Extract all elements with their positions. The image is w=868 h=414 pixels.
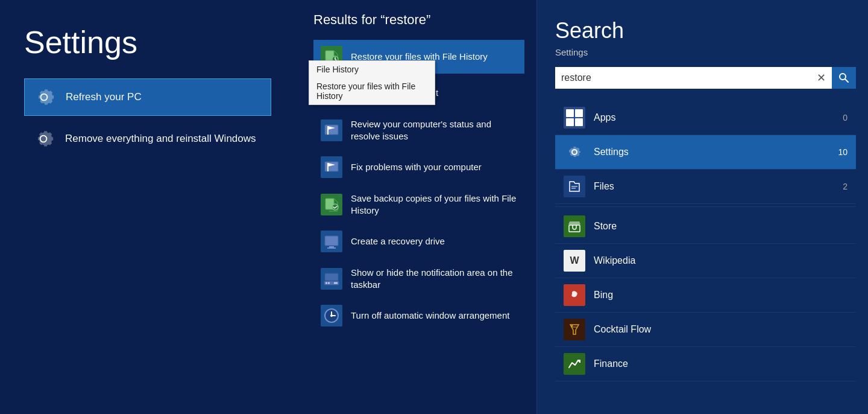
bing-icon	[564, 284, 585, 306]
category-item-cocktail-flow[interactable]: Cocktail Flow	[555, 313, 856, 347]
refresh-icon	[32, 85, 56, 109]
result-item-fix-problems[interactable]: Fix problems with your computer	[313, 150, 524, 184]
left-item-reinstall[interactable]: Remove everything and reinstall Windows	[24, 121, 271, 157]
search-box-container: ✕	[555, 67, 856, 89]
autocomplete-item-restore-files[interactable]: Restore your files with File History	[309, 78, 435, 104]
svg-point-18	[330, 314, 333, 317]
left-panel: Settings Refresh your PC	[0, 0, 295, 414]
left-item-refresh[interactable]: Refresh your PC	[24, 78, 271, 116]
result-text-review-status: Review your computer's status and resolv…	[351, 118, 517, 142]
left-item-reinstall-label: Remove everything and reinstall Windows	[65, 133, 256, 145]
result-text-notification-area: Show or hide the notification area on th…	[351, 267, 517, 290]
result-item-window-arrangement[interactable]: Turn off automatic window arrangement	[313, 299, 524, 333]
result-text-recovery-drive: Create a recovery drive	[351, 235, 445, 247]
search-submit-button[interactable]	[832, 67, 856, 89]
finance-icon	[564, 353, 585, 375]
result-item-notification-area[interactable]: Show or hide the notification area on th…	[313, 261, 524, 296]
search-clear-button[interactable]: ✕	[810, 67, 832, 89]
wikipedia-icon: W	[564, 250, 585, 272]
svg-rect-10	[329, 246, 334, 247]
result-item-review-status[interactable]: Review your computer's status and resolv…	[313, 112, 524, 148]
notification-area-icon	[321, 268, 342, 290]
svg-line-20	[845, 79, 848, 82]
svg-rect-6	[325, 162, 338, 171]
fix-problems-icon	[321, 156, 342, 178]
apps-icon	[564, 107, 585, 129]
category-item-settings[interactable]: Settings 10	[555, 135, 856, 170]
cocktail-flow-icon	[564, 319, 585, 340]
left-item-refresh-label: Refresh your PC	[66, 91, 142, 103]
category-count-settings: 10	[838, 147, 848, 157]
files-icon	[564, 176, 585, 197]
category-name-wikipedia: Wikipedia	[594, 255, 839, 266]
store-icon	[564, 215, 585, 237]
results-heading: Results for “restore”	[313, 12, 524, 28]
right-panel: Search Settings ✕ Apps	[536, 0, 868, 414]
reinstall-icon	[31, 127, 55, 151]
category-name-cocktail-flow: Cocktail Flow	[594, 324, 839, 335]
search-input[interactable]	[555, 67, 810, 89]
category-item-wikipedia[interactable]: W Wikipedia	[555, 244, 856, 278]
search-panel-scope: Settings	[555, 47, 856, 57]
svg-point-26	[571, 325, 573, 327]
main-layout: Settings Refresh your PC	[0, 0, 868, 414]
category-count-files: 2	[843, 182, 848, 191]
result-text-window-arrangement: Turn off automatic window arrangement	[351, 310, 509, 322]
category-item-files[interactable]: Files 2	[555, 170, 856, 204]
svg-rect-5	[325, 125, 338, 135]
category-name-bing: Bing	[594, 290, 839, 301]
svg-rect-14	[326, 282, 327, 284]
middle-panel: Results for “restore” File History Resto…	[295, 0, 536, 414]
svg-rect-11	[327, 247, 336, 249]
search-panel-title: Search	[555, 18, 856, 43]
svg-rect-23	[569, 225, 580, 232]
result-item-recovery-drive[interactable]: Create a recovery drive	[313, 225, 524, 258]
window-arrangement-icon	[321, 305, 342, 326]
save-backup-icon	[321, 194, 342, 215]
category-item-store[interactable]: Store	[555, 209, 856, 244]
category-item-bing[interactable]: Bing	[555, 278, 856, 313]
autocomplete-dropdown: File History Restore your files with Fil…	[309, 60, 435, 105]
left-items-list: Refresh your PC Remove everything and re…	[24, 78, 271, 157]
category-count-apps: 0	[843, 113, 848, 123]
category-list: Apps 0 Settings 10	[555, 101, 856, 381]
settings-icon	[564, 141, 585, 163]
category-name-apps: Apps	[594, 112, 834, 123]
svg-rect-15	[328, 282, 330, 284]
category-name-files: Files	[594, 181, 834, 192]
category-name-settings: Settings	[594, 147, 829, 158]
category-name-finance: Finance	[594, 358, 839, 369]
result-text-fix-problems: Fix problems with your computer	[351, 161, 482, 173]
svg-rect-16	[325, 273, 338, 281]
category-name-store: Store	[594, 221, 839, 232]
divider-1	[555, 206, 856, 207]
result-text-save-backup: Save backup copies of your files with Fi…	[351, 193, 517, 216]
category-item-finance[interactable]: Finance	[555, 347, 856, 381]
result-item-save-backup[interactable]: Save backup copies of your files with Fi…	[313, 186, 524, 222]
svg-rect-9	[325, 236, 338, 246]
review-status-icon	[321, 119, 342, 141]
autocomplete-item-file-history[interactable]: File History	[309, 61, 435, 78]
category-item-apps[interactable]: Apps 0	[555, 101, 856, 135]
svg-rect-13	[334, 282, 338, 284]
recovery-drive-icon	[321, 231, 342, 252]
page-title: Settings	[24, 24, 271, 60]
